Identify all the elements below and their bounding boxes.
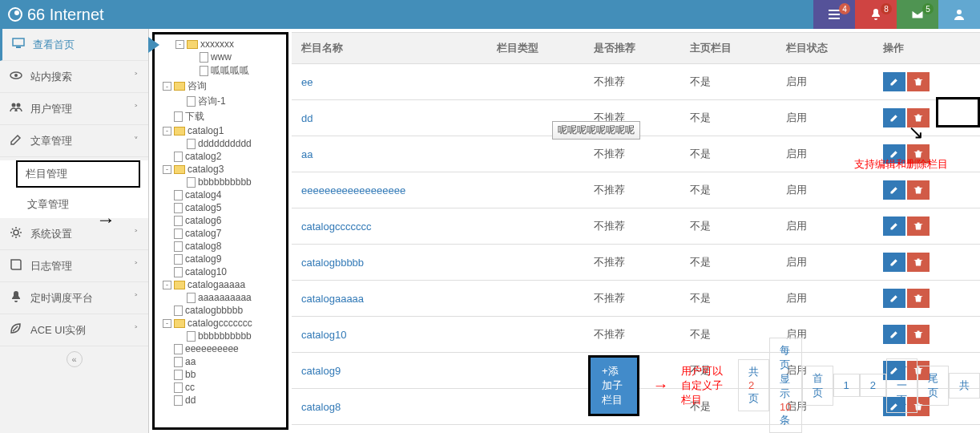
alerts-button[interactable]: 8 xyxy=(855,0,897,29)
mail-button[interactable]: 5 xyxy=(897,0,938,29)
sidebar-item-1[interactable]: 站内搜索˃ xyxy=(0,61,148,93)
sidebar-item-3[interactable]: 文章管理˅ xyxy=(0,125,148,157)
tree-folder-node[interactable]: -catalogccccccc xyxy=(156,317,284,330)
edit-button[interactable] xyxy=(883,180,905,200)
page-size[interactable]: 每页显示10条 xyxy=(769,338,801,433)
tree-file-node[interactable]: 下载 xyxy=(156,109,284,124)
brand[interactable]: 66 Internet xyxy=(8,6,104,24)
sidebar-item-7[interactable]: ACE UI实例˃ xyxy=(0,314,148,346)
delete-button[interactable] xyxy=(907,289,930,308)
tree-file-node[interactable]: aa xyxy=(156,355,284,368)
catalog-name-link[interactable]: catalog8 xyxy=(292,389,487,425)
sidebar-sub-1[interactable]: 文章管理 xyxy=(0,191,148,218)
svg-point-8 xyxy=(12,103,16,107)
catalog-type xyxy=(487,317,583,353)
tree-toggle-icon[interactable]: - xyxy=(163,319,171,328)
tree-file-node[interactable]: catalog4 xyxy=(156,188,284,201)
page-last[interactable]: 尾页 xyxy=(917,366,949,406)
catalog-name-link[interactable]: catalog10 xyxy=(292,317,487,353)
tree-label: aaaaaaaaaa xyxy=(198,292,252,303)
page-next[interactable]: 下一页 xyxy=(886,358,917,413)
catalog-rec: 不推荐 xyxy=(584,208,680,245)
catalog-status: 启用 xyxy=(776,245,873,281)
tree-folder-node[interactable]: -catalog3 xyxy=(156,163,284,176)
delete-button[interactable] xyxy=(907,253,930,272)
edit-button[interactable] xyxy=(883,108,905,127)
user-button[interactable] xyxy=(938,0,980,29)
tree-file-node[interactable]: catalogbbbbb xyxy=(156,304,284,317)
user-icon xyxy=(953,8,966,21)
tree-file-node[interactable]: catalog10 xyxy=(156,265,284,278)
svg-point-10 xyxy=(14,230,18,235)
sidebar-label: 用户管理 xyxy=(30,102,72,116)
mail-badge: 5 xyxy=(922,3,934,14)
catalog-name-link[interactable]: catalogbbbbb xyxy=(292,245,487,281)
catalog-status: 启用 xyxy=(776,208,873,245)
page-2[interactable]: 2 xyxy=(860,374,886,397)
page-1[interactable]: 1 xyxy=(833,374,860,397)
catalog-name-link[interactable]: ee xyxy=(292,64,487,100)
tree-toggle-icon[interactable]: - xyxy=(163,165,171,174)
tree-file-node[interactable]: aaaaaaaaaa xyxy=(156,291,284,304)
page-first[interactable]: 首页 xyxy=(802,366,833,406)
tree-toggle-icon[interactable]: - xyxy=(163,127,171,136)
file-icon xyxy=(174,241,183,252)
tree-file-node[interactable]: www xyxy=(156,51,284,63)
tree-file-node[interactable]: catalog2 xyxy=(156,150,284,163)
chevron-right-icon: ˃ xyxy=(134,71,139,82)
sidebar-item-5[interactable]: 日志管理˃ xyxy=(0,250,148,282)
sidebar-item-0[interactable]: 查看首页 xyxy=(0,29,148,61)
tree-toggle-icon[interactable]: - xyxy=(175,40,184,49)
tasks-button[interactable]: 4 xyxy=(813,0,855,29)
tree-file-node[interactable]: catalog7 xyxy=(156,227,284,240)
tree-file-node[interactable]: bbbbbbbbbb xyxy=(156,176,284,188)
sidebar-collapse[interactable]: « xyxy=(0,346,148,372)
edit-button[interactable] xyxy=(883,253,905,272)
catalog-name-link[interactable]: catalogaaaaa xyxy=(292,281,487,317)
catalog-name-link[interactable]: catalog9 xyxy=(292,353,487,389)
tree-folder-node[interactable]: -咨询 xyxy=(156,79,284,94)
tree-file-node[interactable]: catalog9 xyxy=(156,253,284,265)
tree-file-node[interactable]: eeeeeeeeee xyxy=(156,342,284,355)
tree-toggle-icon[interactable]: - xyxy=(163,281,171,289)
tree-file-node[interactable]: catalog5 xyxy=(156,201,284,214)
delete-button[interactable] xyxy=(907,72,930,91)
tree-file-node[interactable]: bb xyxy=(156,368,284,381)
add-subcategory-button[interactable]: +添加子栏目 xyxy=(588,355,639,416)
tree-file-node[interactable]: catalog8 xyxy=(156,240,284,253)
tree-folder-node[interactable]: -catalogaaaaa xyxy=(156,278,284,291)
sidebar-item-4[interactable]: 系统设置˃ xyxy=(0,218,148,250)
tree-folder-node[interactable]: -xxxxxxx xyxy=(156,38,284,51)
delete-button[interactable] xyxy=(907,216,930,236)
tree-file-node[interactable]: 呱呱呱呱 xyxy=(156,63,284,79)
tree-file-node[interactable]: dd xyxy=(156,394,284,407)
chevron-right-icon: ˃ xyxy=(134,103,139,114)
tree-file-node[interactable]: catalog6 xyxy=(156,214,284,227)
catalog-status: 启用 xyxy=(776,281,873,317)
tree-file-node[interactable]: dddddddddd xyxy=(156,137,284,150)
file-icon xyxy=(200,66,208,76)
tree-file-node[interactable]: bbbbbbbbbb xyxy=(156,330,284,342)
catalog-name-link[interactable]: dd xyxy=(292,100,487,136)
sidebar-item-2[interactable]: 用户管理˃ xyxy=(0,93,148,125)
svg-rect-4 xyxy=(13,38,24,46)
edit-button[interactable] xyxy=(883,72,905,91)
tree-toggle-icon[interactable]: - xyxy=(163,82,171,91)
file-icon xyxy=(174,152,183,162)
tree-label: catalog7 xyxy=(185,228,221,239)
catalog-name-link[interactable]: catalogccccccc xyxy=(292,208,487,245)
annotation-text-2: 用户可以自定义子栏目 xyxy=(681,364,725,407)
tree-file-node[interactable]: 咨询-1 xyxy=(156,94,284,109)
delete-button[interactable] xyxy=(907,180,930,200)
catalog-name-link[interactable]: aa xyxy=(292,136,487,172)
tree-folder-node[interactable]: -catalog1 xyxy=(156,124,284,137)
catalog-rec: 不推荐 xyxy=(584,136,680,172)
sidebar-sub-0[interactable]: 栏目管理 xyxy=(16,160,140,188)
tree-file-node[interactable]: cc xyxy=(156,381,284,394)
edit-button[interactable] xyxy=(883,289,905,308)
catalog-name-link[interactable]: eeeeeeeeeeeeeeeeee xyxy=(292,172,487,208)
tree-label: 呱呱呱呱 xyxy=(211,64,249,78)
sidebar-item-6[interactable]: 定时调度平台˃ xyxy=(0,282,148,314)
edit-button[interactable] xyxy=(883,216,905,236)
bell-icon xyxy=(10,290,22,306)
